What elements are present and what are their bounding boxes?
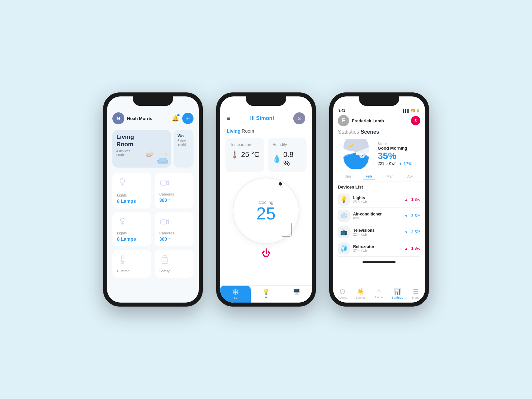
pie-section: ☀ 🌙 Scene Good Morning 35% 221.5 Kwh ▼ 4…: [333, 136, 425, 172]
tab-tv[interactable]: 🖥️: [281, 286, 312, 303]
tv-trend-icon: ▼: [405, 230, 408, 234]
thermostat-ring[interactable]: Cooling 25: [233, 178, 299, 244]
safety-label: Safety: [159, 269, 189, 273]
lights2-icon: [117, 216, 147, 228]
devices-section: Devices List 💡 Lights 25.3 Kwh ▲ 1.3% ❄️…: [333, 182, 425, 259]
svg-text:🌙: 🌙: [349, 143, 353, 147]
phones-container: N Noah Morris 🔔 + LivingRoom 4 devicesen…: [103, 92, 429, 307]
devices-title: Devices List: [338, 185, 420, 190]
phone2-avatar[interactable]: S: [293, 112, 305, 124]
tab-air[interactable]: ❄️ Air: [220, 286, 251, 303]
living-room-card[interactable]: LivingRoom 4 devicesenable 🛋️ 🪔: [112, 130, 171, 168]
air-label: Air: [234, 297, 237, 300]
month-mar[interactable]: Mar: [384, 173, 395, 180]
nav-scenes[interactable]: ☀️ Scenes: [351, 288, 370, 299]
phone-3: 9:41 ▌▌▌ 📶 🔋 F Frederick Lamb 5 Statisti…: [329, 92, 429, 307]
nav-rooms[interactable]: ⬡ Rooms: [333, 288, 351, 299]
phone2-screen: ≡ Hi Simon! S Living Room Temparature 🌡️…: [220, 96, 312, 303]
page-title: Statistics Scenes: [333, 128, 425, 136]
temperature-card: Temparature 🌡️ 25 °C: [225, 138, 264, 172]
safety-card[interactable]: Safety: [155, 250, 194, 278]
safety-icon: [159, 254, 189, 266]
lights2-label: Lights: [117, 231, 147, 235]
temp-label: Temparature: [230, 142, 260, 147]
device-ac-kwh: Kwh: [353, 216, 401, 220]
notification-badge[interactable]: 5: [411, 116, 420, 125]
tab-lights[interactable]: 💡: [251, 286, 281, 303]
device-fridge: 🧊 Refrezrator 37.4 Kwh ▲ 1.8%: [338, 240, 420, 257]
cameras2-icon: [159, 216, 189, 228]
climate-card[interactable]: Climate: [112, 250, 151, 278]
phone3-screen: 9:41 ▌▌▌ 📶 🔋 F Frederick Lamb 5 Statisti…: [333, 96, 425, 303]
statistic-icon: 📊: [394, 288, 401, 295]
device-ac: ❄️ Air-conditioner Kwh ▼ 2.3%: [338, 208, 420, 224]
device-tv-kwh: 22.4 Kwh: [353, 233, 401, 236]
bell-icon[interactable]: 🔔: [172, 115, 179, 122]
pie-percent: 35%: [378, 151, 420, 161]
device-lights-name: Lights: [353, 196, 401, 200]
lights-card-1[interactable]: Lights 8 Lamps: [112, 173, 151, 208]
phone1-username: Noah Morris: [127, 116, 172, 121]
second-room-title: Wo...: [178, 134, 190, 138]
lights1-value: 8 Lamps: [117, 199, 147, 204]
air-icon: ❄️: [232, 288, 239, 296]
rooms-nav-label: Rooms: [337, 296, 347, 299]
temp-value: 🌡️ 25 °C: [230, 150, 260, 159]
living-room-title: LivingRoom: [116, 134, 167, 148]
humidity-card: Humdity 💧 0.8 %: [268, 138, 307, 172]
thermometer-icon: 🌡️: [230, 150, 239, 159]
device-lights-kwh: 25.3 Kwh: [353, 200, 401, 204]
scenes-label: Scenes: [360, 129, 379, 135]
month-apr[interactable]: Apr: [405, 173, 416, 180]
phone2-bottom-tabs: ❄️ Air 💡 🖥️: [220, 285, 312, 303]
months-row: Jan Feb Mar Apr: [333, 172, 425, 182]
device-tv-name: Televisions: [353, 228, 401, 233]
thermo-arc: [282, 223, 292, 237]
humidity-label: Humdity: [272, 142, 302, 147]
menu-icon[interactable]: ≡: [227, 115, 230, 122]
month-feb[interactable]: Feb: [363, 173, 375, 180]
month-jan[interactable]: Jan: [342, 173, 354, 180]
cameras-card-2[interactable]: Cameras 360 °: [155, 212, 194, 246]
second-room-card[interactable]: Wo... 3 devenabl: [174, 130, 194, 168]
device-lights: 💡 Lights 25.3 Kwh ▲ 1.3%: [338, 192, 420, 208]
device-ac-name: Air-conditioner: [353, 212, 401, 216]
cameras1-icon: [159, 178, 189, 190]
add-button[interactable]: +: [182, 113, 194, 124]
cameras2-label: Cameras: [159, 231, 189, 235]
device-tv-info: Televisions 22.4 Kwh: [353, 228, 401, 236]
menu-nav-label: Menu: [412, 296, 420, 299]
home-indicator: [362, 261, 396, 263]
power-button[interactable]: ⏻: [262, 248, 270, 258]
climate-cards: Temparature 🌡️ 25 °C Humdity 💧 0.8 %: [220, 138, 312, 172]
svg-rect-8: [161, 220, 167, 224]
lights2-value: 8 Lamps: [117, 236, 147, 242]
status-icons: ▌▌▌ 📶 🔋: [403, 109, 420, 112]
cooling-value: 25: [256, 205, 276, 222]
statistics-label: Statistics: [338, 129, 359, 135]
lights-icon: 💡: [262, 288, 270, 296]
scene-label: Scene: [378, 142, 420, 146]
scene-name: Good Morning: [378, 146, 420, 151]
rooms-icon: ⬡: [340, 288, 345, 295]
device-fridge-name: Refrezrator: [353, 244, 401, 249]
nav-home[interactable]: ⌂ Home: [370, 288, 388, 299]
svg-point-10: [121, 261, 124, 264]
nav-menu[interactable]: ☰ Menu: [407, 288, 425, 299]
scenes-nav-label: Scenes: [356, 296, 366, 299]
phone-1: N Noah Morris 🔔 + LivingRoom 4 devicesen…: [103, 92, 203, 307]
cameras-card-1[interactable]: Cameras 360 °: [155, 173, 194, 208]
device-ac-info: Air-conditioner Kwh: [353, 212, 401, 220]
svg-text:☀: ☀: [361, 154, 364, 158]
device-tv: 📺 Televisions 22.4 Kwh ▼ 3.5%: [338, 224, 420, 240]
kwh-change: ▼ 4.7%: [399, 162, 412, 166]
tv-pct: 3.5%: [411, 230, 420, 234]
svg-point-14: [164, 260, 165, 261]
pie-info: Scene Good Morning 35% 221.5 Kwh ▼ 4.7%: [378, 142, 420, 166]
nav-statistic[interactable]: 📊 Statistic: [388, 288, 407, 299]
lights-card-2[interactable]: Lights 8 Lamps: [112, 212, 151, 246]
climate-label: Climate: [117, 269, 147, 273]
room-label: Living Room: [220, 127, 312, 138]
phone2-header: ≡ Hi Simon! S: [220, 110, 312, 127]
svg-point-0: [120, 179, 125, 183]
